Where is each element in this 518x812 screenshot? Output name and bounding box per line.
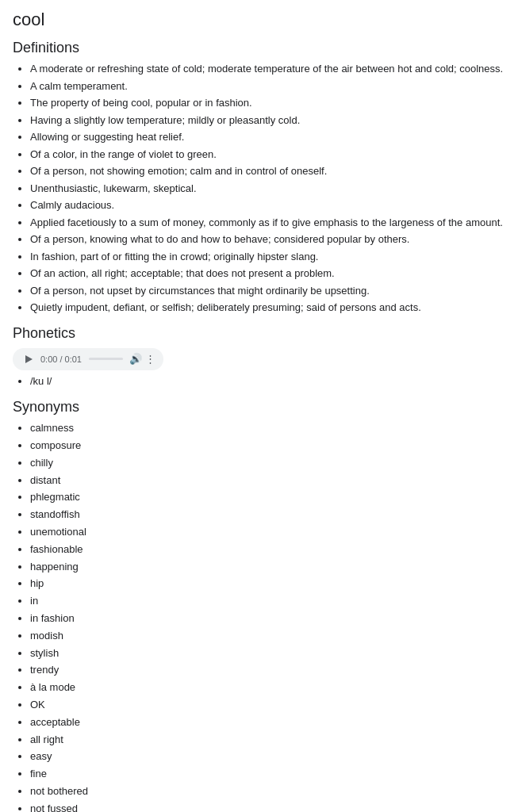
definition-item: Of a person, not showing emotion; calm a…	[30, 163, 505, 179]
synonym-item: all right	[30, 732, 505, 749]
synonym-item: in fashion	[30, 611, 505, 627]
synonym-item: easy	[30, 749, 505, 765]
definition-item: A calm temperament.	[30, 79, 505, 94]
definition-item: In fashion, part of or fitting the in cr…	[30, 249, 505, 265]
definitions-title: Definitions	[13, 40, 505, 56]
synonym-item: not fussed	[30, 801, 505, 812]
definition-item: Having a slightly low temperature; mildl…	[30, 113, 505, 128]
definition-item: Of an action, all right; acceptable; tha…	[30, 266, 505, 282]
synonym-item: phlegmatic	[30, 489, 505, 506]
synonym-item: happening	[30, 559, 505, 576]
synonym-item: calmness	[30, 420, 505, 437]
definition-item: Quietly impudent, defiant, or selfish; d…	[30, 300, 505, 316]
play-icon	[25, 355, 33, 363]
synonym-item: acceptable	[30, 714, 505, 731]
phonetic-text-list: /ku l/	[13, 373, 505, 390]
definition-item: Of a person, not upset by circumstances …	[30, 283, 505, 299]
synonym-item: fine	[30, 766, 505, 783]
synonym-item: à la mode	[30, 680, 505, 696]
synonyms-list: calmnesscomposurechillydistantphlegmatic…	[13, 420, 505, 812]
definition-item: Applied facetiously to a sum of money, c…	[30, 215, 505, 231]
phonetics-title: Phonetics	[13, 325, 505, 342]
synonym-item: hip	[30, 576, 505, 592]
audio-time: 0:00 / 0:01	[40, 354, 82, 364]
audio-player[interactable]: 0:00 / 0:01 🔊 ⋮	[13, 348, 163, 370]
synonym-item: standoffish	[30, 507, 505, 523]
synonym-item: chilly	[30, 455, 505, 472]
synonym-item: trendy	[30, 662, 505, 679]
synonym-item: modish	[30, 628, 505, 645]
play-button[interactable]	[21, 351, 36, 367]
synonym-item: OK	[30, 697, 505, 714]
synonyms-title: Synonyms	[13, 399, 505, 416]
definition-item: The property of being cool, popular or i…	[30, 95, 505, 111]
definition-item: Allowing or suggesting heat relief.	[30, 129, 505, 145]
synonym-item: in	[30, 593, 505, 610]
synonym-item: stylish	[30, 645, 505, 662]
more-options-icon[interactable]: ⋮	[145, 353, 155, 365]
word-title: cool	[13, 10, 505, 30]
phonetic-text: /ku l/	[30, 373, 505, 390]
synonym-item: fashionable	[30, 542, 505, 558]
synonym-item: not bothered	[30, 783, 505, 800]
definition-item: A moderate or refreshing state of cold; …	[30, 61, 505, 77]
synonym-item: composure	[30, 438, 505, 454]
synonym-item: distant	[30, 473, 505, 489]
volume-icon[interactable]: 🔊	[129, 353, 142, 365]
definitions-list: A moderate or refreshing state of cold; …	[13, 61, 505, 316]
synonym-item: unemotional	[30, 524, 505, 541]
definition-item: Calmly audacious.	[30, 197, 505, 213]
progress-bar[interactable]	[89, 358, 123, 360]
definition-item: Of a color, in the range of violet to gr…	[30, 147, 505, 163]
phonetics-section: 0:00 / 0:01 🔊 ⋮ /ku l/	[13, 348, 505, 390]
definition-item: Unenthusiastic, lukewarm, skeptical.	[30, 181, 505, 197]
definition-item: Of a person, knowing what to do and how …	[30, 232, 505, 247]
